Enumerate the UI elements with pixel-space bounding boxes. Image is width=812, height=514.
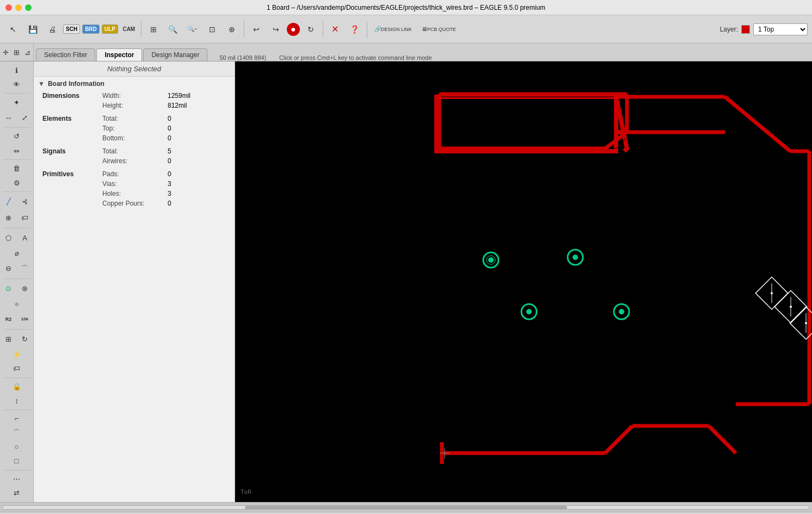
maximize-button[interactable] xyxy=(25,4,32,11)
info-tool[interactable]: ℹ xyxy=(9,64,24,77)
zoom-select-icon: ⊕ xyxy=(229,25,235,34)
schematic-button[interactable]: SCH xyxy=(63,24,80,34)
delete-tool[interactable]: 🗑 xyxy=(9,162,24,175)
tab-inspector[interactable]: Inspector xyxy=(96,48,142,61)
height-row: Height: 812mil xyxy=(42,101,230,110)
canvas-area[interactable]: ⊕ ⊕ ⊕ ⊕ ToR xyxy=(235,61,812,502)
elements-bottom-row: Bottom: 0 xyxy=(42,133,230,143)
label-tool[interactable]: 🏷 xyxy=(17,210,33,226)
dimensions-row: Dimensions Width: 1259mil xyxy=(42,91,230,101)
rect-tool[interactable]: □ xyxy=(9,455,24,468)
arc-tool[interactable]: ⌒ xyxy=(17,261,33,276)
add-tool[interactable]: ⊞ xyxy=(1,332,16,347)
print-button[interactable]: 🖨 xyxy=(44,21,61,38)
group-tool[interactable]: ↻ xyxy=(17,332,33,347)
coordinates-display: 50 mil (1409 884) xyxy=(219,54,266,61)
pad-tool[interactable]: R2 xyxy=(1,312,16,327)
board-info-header[interactable]: ▼ Board Information xyxy=(34,77,235,91)
filter-tool[interactable]: ⊿ xyxy=(22,45,32,60)
help-icon: ❓ xyxy=(350,25,359,34)
smash-tool[interactable]: ⚡ xyxy=(9,348,24,361)
design-link-button[interactable]: 🔗 DESIGN LINK xyxy=(371,21,416,38)
redo-button[interactable]: ↪ xyxy=(267,21,285,38)
arrows-tool[interactable]: ⇄ xyxy=(9,487,24,500)
board-button[interactable]: BRD xyxy=(82,24,100,34)
svg-text:ToR: ToR xyxy=(241,488,251,496)
window-controls xyxy=(5,4,32,11)
move-tool[interactable]: ↔ xyxy=(1,110,16,125)
board-info-table: Dimensions Width: 1259mil Height: 812mil… xyxy=(34,91,235,210)
drc-icon: ✕ xyxy=(331,24,339,34)
tag-tool[interactable]: 🏷 xyxy=(9,362,24,375)
lock-tool[interactable]: 🔒 xyxy=(9,380,24,393)
resistor-tool[interactable]: 10k xyxy=(17,312,33,327)
arc2-tool[interactable]: ⌒ xyxy=(9,426,24,439)
expand-btn[interactable]: ⋯ xyxy=(9,473,24,486)
scrollbar-track[interactable] xyxy=(2,505,810,510)
undo-icon: ↩ xyxy=(253,25,260,34)
tool-row-1: ↔ ⤢ xyxy=(1,110,33,125)
section-arrow-icon: ▼ xyxy=(38,80,45,88)
arrow-icon: ↖ xyxy=(10,25,16,34)
zoom-out-button[interactable]: 🔍− xyxy=(184,21,201,38)
tab-selection-filter[interactable]: Selection Filter xyxy=(36,48,95,61)
tab-design-manager[interactable]: Design Manager xyxy=(143,48,207,61)
pipe-tool[interactable]: ⌐ xyxy=(9,412,24,425)
circle-tool[interactable]: ○ xyxy=(9,441,24,454)
help-button[interactable]: ❓ xyxy=(346,21,364,38)
junction-tool[interactable]: ⊕ xyxy=(1,210,16,226)
save-button[interactable]: 💾 xyxy=(24,21,41,38)
copper-pours-row: Copper Pours: 0 xyxy=(42,199,230,208)
pcb-canvas[interactable]: ⊕ ⊕ ⊕ ⊕ ToR xyxy=(235,61,812,502)
polygon-tool[interactable]: ⬠ xyxy=(1,231,16,246)
drc-button[interactable]: ✕ xyxy=(327,21,344,38)
ulp-button[interactable]: ULP xyxy=(102,24,118,34)
bus-tool[interactable]: ⊰ xyxy=(17,194,33,209)
node-tool[interactable]: ⊖ xyxy=(1,261,16,276)
tool-row-3: ⊕ 🏷 xyxy=(1,210,33,226)
pcb-quote-button[interactable]: 🖥 PCB QUOTE xyxy=(418,21,460,38)
board-info-section: ▼ Board Information Dimensions Width: 12… xyxy=(34,77,235,210)
via-tool[interactable]: ⊙ xyxy=(1,281,16,296)
elements-top-row: Top: 0 xyxy=(42,123,230,133)
stop-button[interactable]: ● xyxy=(287,23,300,36)
dimension-tool[interactable]: ↕ xyxy=(9,394,24,407)
repeat-button[interactable]: ↻ xyxy=(302,21,319,38)
net-tool[interactable]: ⌀ xyxy=(9,247,24,260)
look-tool[interactable]: 👁 xyxy=(9,78,24,91)
grid-tool[interactable]: ⊞ xyxy=(12,45,22,60)
layer-dropdown[interactable]: 1 Top 2 Bottom 16 Bottom xyxy=(753,23,808,35)
zoom-in-icon: 🔍 xyxy=(168,25,177,34)
svg-text:⊕: ⊕ xyxy=(619,309,624,315)
zoom-in-button[interactable]: 🔍 xyxy=(164,21,182,38)
copy-tool[interactable]: ⤢ xyxy=(17,110,33,125)
crosshair-tool[interactable]: ✛ xyxy=(1,45,11,60)
elements-total-row: Elements Total: 0 xyxy=(42,114,230,123)
ripup-tool[interactable]: ⊛ xyxy=(17,281,33,296)
close-button[interactable] xyxy=(5,4,12,11)
zoom-select-button[interactable]: ⊕ xyxy=(223,21,241,38)
toolbar-separator-4 xyxy=(367,21,367,38)
minimize-button[interactable] xyxy=(15,4,22,11)
mirror-tool[interactable]: ⇔ xyxy=(9,144,24,157)
select-tool[interactable]: ✦ xyxy=(9,96,24,109)
tool-row-4: ⬠ A xyxy=(1,231,33,246)
horizontal-scrollbar[interactable] xyxy=(0,502,812,512)
autorouter-tool[interactable]: ⟐ xyxy=(9,298,24,311)
redo-icon: ↪ xyxy=(273,25,279,34)
undo-button[interactable]: ↩ xyxy=(248,21,265,38)
text-tool[interactable]: A xyxy=(17,231,33,246)
wire-tool[interactable]: ╱ xyxy=(1,194,16,209)
svg-point-40 xyxy=(790,306,792,308)
cam-button[interactable]: CAM xyxy=(120,21,138,38)
svg-text:⊕: ⊕ xyxy=(527,309,531,315)
change-tool[interactable]: ⚙ xyxy=(9,176,24,189)
scrollbar-thumb[interactable] xyxy=(245,506,568,509)
cam-icon: CAM xyxy=(122,26,135,32)
select-tool-button[interactable]: ↖ xyxy=(4,21,22,38)
titlebar: 1 Board – /Users/vandemp/Documents/EAGLE… xyxy=(0,0,812,15)
zoom-fit-button[interactable]: ⊞ xyxy=(145,21,162,38)
zoom-area-button[interactable]: ⊡ xyxy=(204,21,221,38)
rotate-tool[interactable]: ↺ xyxy=(9,130,24,143)
toolbar-separator-1 xyxy=(141,21,142,38)
